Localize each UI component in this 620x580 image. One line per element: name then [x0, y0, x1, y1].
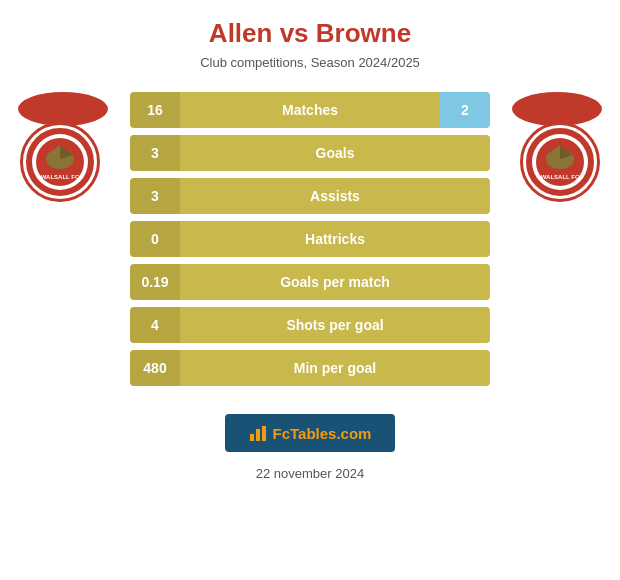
stat-label-shots-per-goal: Shots per goal [180, 307, 490, 343]
svg-point-6 [52, 154, 58, 160]
stat-label-matches: Matches [180, 92, 440, 128]
svg-rect-16 [250, 434, 254, 441]
stat-row-matches: 16 Matches 2 [130, 92, 490, 128]
stat-label-goals: Goals [180, 135, 490, 171]
stat-left-assists: 3 [130, 178, 180, 214]
left-oval-decoration [18, 92, 108, 126]
stat-label-min-per-goal: Min per goal [180, 350, 490, 386]
badge-text: FcTables.com [273, 425, 372, 442]
barchart-icon [249, 424, 267, 442]
stat-left-min-per-goal: 480 [130, 350, 180, 386]
page-subtitle: Club competitions, Season 2024/2025 [200, 55, 420, 70]
svg-text:WALSALL FC: WALSALL FC [41, 174, 80, 180]
stat-left-shots-per-goal: 4 [130, 307, 180, 343]
page-title: Allen vs Browne [209, 18, 411, 49]
right-oval-decoration [512, 92, 602, 126]
stat-label-hattricks: Hattricks [180, 221, 490, 257]
right-team-logo: WALSALL FC [520, 122, 600, 202]
stat-row-goals-per-match: 0.19 Goals per match [130, 264, 490, 300]
stat-left-goals: 3 [130, 135, 180, 171]
stat-left-matches: 16 [130, 92, 180, 128]
svg-rect-17 [256, 429, 260, 441]
stat-left-goals-per-match: 0.19 [130, 264, 180, 300]
stat-row-assists: 3 Assists [130, 178, 490, 214]
svg-point-14 [552, 154, 558, 160]
stat-row-goals: 3 Goals [130, 135, 490, 171]
footer-date: 22 november 2024 [256, 466, 364, 481]
stat-row-min-per-goal: 480 Min per goal [130, 350, 490, 386]
svg-text:WALSALL FC: WALSALL FC [541, 174, 580, 180]
stat-left-hattricks: 0 [130, 221, 180, 257]
svg-rect-18 [262, 426, 266, 441]
left-team-logo: WALSALL FC [20, 122, 100, 202]
stat-label-assists: Assists [180, 178, 490, 214]
stat-row-hattricks: 0 Hattricks [130, 221, 490, 257]
stat-label-goals-per-match: Goals per match [180, 264, 490, 300]
stats-container: 16 Matches 2 3 Goals 3 Assists 0 Hattric… [130, 92, 490, 386]
stat-right-matches: 2 [440, 92, 490, 128]
fc-tables-badge[interactable]: FcTables.com [225, 414, 396, 452]
stat-row-shots-per-goal: 4 Shots per goal [130, 307, 490, 343]
